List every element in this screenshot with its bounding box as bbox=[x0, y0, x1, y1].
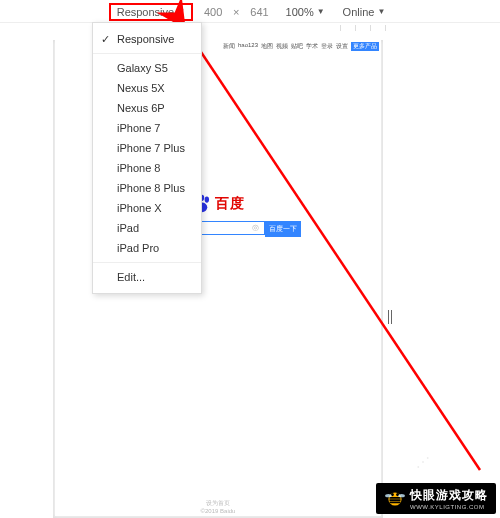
device-dropdown-label: Responsive bbox=[117, 6, 174, 18]
device-menu-item-ipad[interactable]: iPad bbox=[93, 218, 201, 238]
topnav-link[interactable]: 视频 bbox=[276, 42, 288, 51]
bee-icon bbox=[384, 488, 406, 510]
menu-separator bbox=[93, 53, 201, 54]
throttle-label: Online bbox=[343, 6, 375, 18]
dimension-separator: × bbox=[233, 6, 239, 18]
watermark-url: WWW.KYLIGTING.COM bbox=[410, 504, 488, 510]
watermark-title: 快眼游戏攻略 bbox=[410, 487, 488, 504]
search-button[interactable]: 百度一下 bbox=[265, 221, 301, 237]
device-dropdown[interactable]: Responsive ▼ bbox=[109, 3, 193, 21]
device-menu-edit[interactable]: Edit... bbox=[93, 267, 201, 287]
svg-point-9 bbox=[398, 494, 405, 497]
device-menu-item-nexus-6p[interactable]: Nexus 6P bbox=[93, 98, 201, 118]
device-menu-item-iphone-7[interactable]: iPhone 7 bbox=[93, 118, 201, 138]
topnav-link[interactable]: hao123 bbox=[238, 42, 258, 51]
chevron-down-icon: ▼ bbox=[377, 7, 385, 16]
topnav-link[interactable]: 设置 bbox=[336, 42, 348, 51]
baidu-footer: 设为首页 ©2019 Baidu bbox=[55, 499, 381, 514]
device-menu-item-iphone-x[interactable]: iPhone X bbox=[93, 198, 201, 218]
svg-point-2 bbox=[205, 197, 209, 203]
baidu-brand-text: 百度 bbox=[215, 195, 245, 213]
throttle-dropdown[interactable]: Online ▼ bbox=[337, 5, 392, 19]
menu-separator bbox=[93, 262, 201, 263]
device-menu-item-iphone-8-plus[interactable]: iPhone 8 Plus bbox=[93, 178, 201, 198]
topnav-link[interactable]: 地图 bbox=[261, 42, 273, 51]
footer-line: 设为首页 bbox=[55, 499, 381, 508]
device-menu-item-ipad-pro[interactable]: iPad Pro bbox=[93, 238, 201, 258]
device-menu-item-nexus-5x[interactable]: Nexus 5X bbox=[93, 78, 201, 98]
zoom-dropdown[interactable]: 100% ▼ bbox=[280, 5, 331, 19]
topnav-link[interactable]: 登录 bbox=[321, 42, 333, 51]
topnav-more[interactable]: 更多产品 bbox=[351, 42, 379, 51]
device-menu-item-iphone-8[interactable]: iPhone 8 bbox=[93, 158, 201, 178]
svg-point-8 bbox=[385, 494, 392, 497]
camera-icon[interactable]: ◎ bbox=[252, 223, 262, 233]
resize-handle-corner[interactable]: ⋰ bbox=[416, 454, 430, 470]
zoom-label: 100% bbox=[286, 6, 314, 18]
chevron-down-icon: ▼ bbox=[177, 7, 185, 16]
footer-line: ©2019 Baidu bbox=[55, 508, 381, 514]
topnav-link[interactable]: 贴吧 bbox=[291, 42, 303, 51]
device-toolbar: Responsive ▼ × 100% ▼ Online ▼ bbox=[0, 0, 500, 20]
watermark: 快眼游戏攻略 WWW.KYLIGTING.COM bbox=[376, 483, 496, 514]
chevron-down-icon: ▼ bbox=[317, 7, 325, 16]
device-menu-item-responsive[interactable]: Responsive bbox=[93, 29, 201, 49]
height-input[interactable] bbox=[246, 6, 274, 18]
width-input[interactable] bbox=[199, 6, 227, 18]
topnav-link[interactable]: 学术 bbox=[306, 42, 318, 51]
device-menu: Responsive Galaxy S5 Nexus 5X Nexus 6P i… bbox=[92, 22, 202, 294]
breakpoints-bar bbox=[0, 22, 500, 32]
device-menu-item-iphone-7-plus[interactable]: iPhone 7 Plus bbox=[93, 138, 201, 158]
watermark-text: 快眼游戏攻略 WWW.KYLIGTING.COM bbox=[410, 487, 488, 510]
device-menu-item-galaxy-s5[interactable]: Galaxy S5 bbox=[93, 58, 201, 78]
topnav-link[interactable]: 新闻 bbox=[223, 42, 235, 51]
